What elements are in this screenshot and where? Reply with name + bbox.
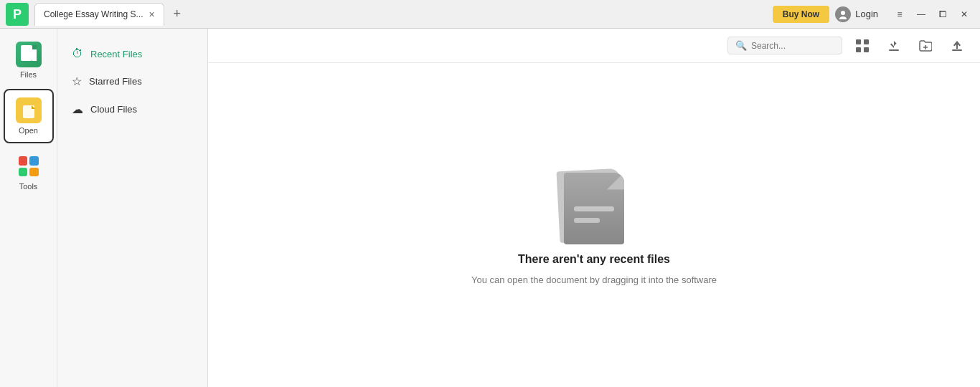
search-box[interactable]: 🔍	[727, 37, 842, 54]
svg-rect-13	[856, 47, 861, 52]
login-button[interactable]: Login	[835, 6, 878, 22]
tab-close-button[interactable]: ×	[149, 9, 155, 19]
new-tab-button[interactable]: +	[167, 4, 187, 24]
open-icon	[16, 97, 42, 123]
empty-title: There aren't any recent files	[518, 253, 670, 266]
menu-button[interactable]: ≡	[890, 4, 910, 24]
recent-icon: ⏱	[72, 47, 83, 60]
tab-area: College Essay Writing S... × +	[34, 3, 773, 26]
app-logo: P	[6, 3, 29, 26]
svg-rect-4	[21, 45, 32, 61]
sidebar-item-open[interactable]: Open	[4, 89, 54, 143]
main-content: 🔍	[208, 29, 980, 387]
nav-item-recent[interactable]: ⏱ Recent Files	[57, 40, 207, 67]
svg-rect-19	[952, 49, 962, 51]
sidebar-item-tools[interactable]: Tools	[4, 146, 54, 198]
login-label: Login	[855, 9, 878, 19]
search-input[interactable]	[751, 41, 834, 51]
cloud-icon: ☁	[72, 102, 83, 116]
upload-button[interactable]	[946, 34, 969, 57]
svg-rect-21	[956, 44, 958, 49]
avatar	[835, 6, 851, 22]
app-body: Files Open Tool	[0, 29, 980, 387]
title-bar-right: Buy Now Login ≡ — ⧠ ✕	[773, 4, 974, 24]
empty-subtitle: You can open the document by dragging it…	[471, 274, 717, 285]
tools-label: Tools	[19, 182, 38, 191]
icon-sidebar: Files Open Tool	[0, 29, 57, 387]
svg-marker-16	[890, 41, 897, 48]
svg-rect-15	[889, 49, 899, 51]
minimize-button[interactable]: —	[911, 4, 931, 24]
title-bar: P College Essay Writing S... × + Buy Now…	[0, 0, 980, 29]
svg-point-2	[841, 11, 845, 15]
restore-button[interactable]: ⧠	[933, 4, 953, 24]
window-controls: ≡ — ⧠ ✕	[890, 4, 974, 24]
tab-title: College Essay Writing S...	[44, 9, 143, 19]
svg-rect-14	[864, 47, 869, 52]
nav-recent-label: Recent Files	[90, 49, 142, 59]
empty-state: There aren't any recent files You can op…	[208, 63, 980, 387]
nav-item-cloud[interactable]: ☁ Cloud Files	[57, 95, 207, 123]
svg-rect-6	[32, 49, 37, 61]
grid-view-button[interactable]	[851, 34, 874, 57]
buy-now-button[interactable]: Buy Now	[773, 6, 829, 23]
new-folder-button[interactable]	[914, 34, 937, 57]
svg-point-3	[839, 16, 847, 19]
svg-rect-12	[864, 39, 869, 44]
empty-state-illustration	[558, 166, 630, 244]
files-label: Files	[20, 70, 37, 79]
active-tab[interactable]: College Essay Writing S... ×	[34, 3, 164, 26]
svg-text:P: P	[13, 7, 22, 22]
toolbar: 🔍	[208, 29, 980, 63]
download-button[interactable]	[882, 34, 905, 57]
svg-rect-7	[32, 45, 37, 49]
star-icon: ☆	[72, 75, 82, 88]
files-icon	[16, 42, 42, 67]
tools-icon	[16, 153, 42, 179]
nav-sidebar: ⏱ Recent Files ☆ Starred Files ☁ Cloud F…	[57, 29, 208, 387]
search-icon: 🔍	[735, 40, 747, 51]
nav-item-starred[interactable]: ☆ Starred Files	[57, 67, 207, 95]
nav-starred-label: Starred Files	[89, 76, 142, 87]
nav-cloud-label: Cloud Files	[90, 104, 137, 115]
open-label: Open	[19, 126, 38, 135]
close-button[interactable]: ✕	[954, 4, 974, 24]
sidebar-item-files[interactable]: Files	[4, 34, 54, 86]
svg-rect-11	[856, 39, 861, 44]
